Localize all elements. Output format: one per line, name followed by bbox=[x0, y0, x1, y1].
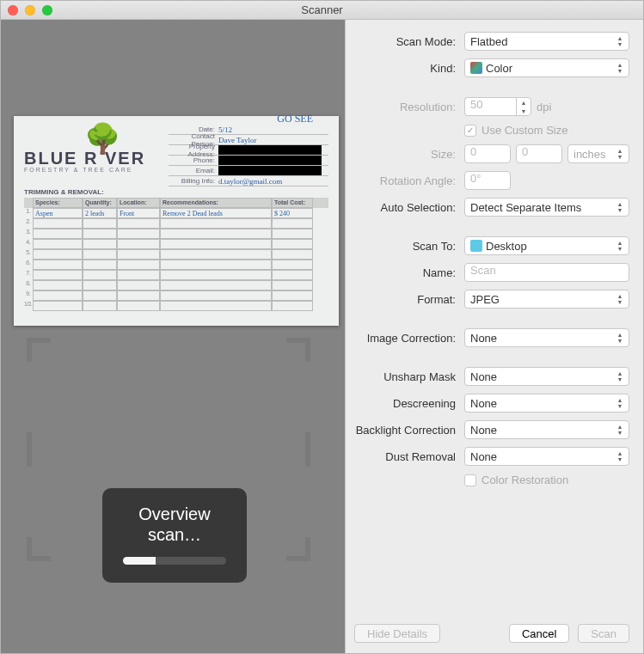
table-row: 7. bbox=[24, 270, 328, 280]
table-row: 4. bbox=[24, 239, 328, 249]
resolution-stepper[interactable]: ▲▼ bbox=[516, 97, 531, 116]
scan-mode-select[interactable]: Flatbed▲▼ bbox=[464, 32, 629, 51]
chevron-updown-icon: ▲▼ bbox=[614, 147, 626, 161]
dust-select[interactable]: None▲▼ bbox=[464, 447, 629, 466]
chevron-updown-icon: ▲▼ bbox=[614, 200, 626, 214]
preview-pane[interactable]: GO SEE 🌳 BLUE R VER FORESTRY & TREE CARE… bbox=[1, 20, 345, 653]
auto-selection-select[interactable]: Detect Separate Items▲▼ bbox=[464, 198, 629, 217]
name-label: Name: bbox=[354, 266, 464, 279]
table-row: 2. bbox=[24, 218, 328, 229]
rotation-input[interactable]: 0° bbox=[464, 171, 511, 190]
table-row: 6. bbox=[24, 260, 328, 270]
hide-details-button[interactable]: Hide Details bbox=[354, 624, 440, 643]
redacted bbox=[218, 166, 322, 175]
format-label: Format: bbox=[354, 293, 464, 306]
backlight-select[interactable]: None▲▼ bbox=[464, 420, 629, 439]
backlight-label: Backlight Correction bbox=[354, 424, 464, 437]
doc-fields: Date:5/12 Contact Person:Dave Taylor Pro… bbox=[169, 125, 328, 186]
format-select[interactable]: JPEG▲▼ bbox=[464, 290, 629, 309]
size-w-input[interactable]: 0 bbox=[464, 144, 511, 163]
table-row: 3. bbox=[24, 229, 328, 239]
progress-bar bbox=[123, 557, 226, 565]
chevron-updown-icon: ▲▼ bbox=[614, 449, 626, 463]
dust-label: Dust Removal bbox=[354, 450, 464, 463]
scanned-document: GO SEE 🌳 BLUE R VER FORESTRY & TREE CARE… bbox=[14, 116, 339, 326]
chevron-updown-icon: ▲▼ bbox=[614, 34, 626, 48]
table-row: 10. bbox=[24, 301, 328, 311]
scan-to-select[interactable]: Desktop▲▼ bbox=[464, 236, 629, 255]
auto-selection-label: Auto Selection: bbox=[354, 201, 464, 214]
table-row: 5. bbox=[24, 249, 328, 260]
chevron-updown-icon: ▲▼ bbox=[614, 331, 626, 345]
footer: Hide Details Cancel Scan bbox=[354, 617, 629, 643]
doc-logo: 🌳 BLUE R VER FORESTRY & TREE CARE bbox=[24, 125, 162, 173]
unsharp-label: Unsharp Mask bbox=[354, 370, 464, 383]
folder-icon bbox=[470, 240, 482, 252]
chevron-updown-icon: ▲▼ bbox=[614, 423, 626, 437]
settings-pane: Scan Mode: Flatbed▲▼ Kind: Color▲▼ Resol… bbox=[345, 20, 643, 653]
content: GO SEE 🌳 BLUE R VER FORESTRY & TREE CARE… bbox=[1, 20, 643, 653]
scanner-window: Scanner GO SEE 🌳 BLUE R VER FORESTRY & T… bbox=[0, 0, 644, 654]
scan-mode-label: Scan Mode: bbox=[354, 35, 464, 48]
tree-icon: 🌳 bbox=[84, 121, 120, 156]
scan-button[interactable]: Scan bbox=[578, 624, 629, 643]
descreen-label: Descreening bbox=[354, 397, 464, 410]
color-restoration-checkbox[interactable]: Color Restoration bbox=[464, 474, 568, 486]
descreen-select[interactable]: None▲▼ bbox=[464, 394, 629, 413]
table-row: 9. bbox=[24, 290, 328, 301]
color-icon bbox=[470, 62, 482, 74]
doc-table: Species: Quantity: Location: Recommendat… bbox=[24, 198, 328, 311]
titlebar: Scanner bbox=[1, 1, 643, 20]
doc-section: TRIMMING & REMOVAL: bbox=[24, 188, 328, 196]
kind-label: Kind: bbox=[354, 62, 464, 75]
chevron-updown-icon: ▲▼ bbox=[614, 239, 626, 253]
chevron-updown-icon: ▲▼ bbox=[614, 292, 626, 306]
size-label: Size: bbox=[354, 148, 464, 161]
scan-to-label: Scan To: bbox=[354, 240, 464, 253]
image-correction-select[interactable]: None▲▼ bbox=[464, 328, 629, 347]
redacted bbox=[218, 156, 322, 165]
use-custom-size-checkbox[interactable]: ✓Use Custom Size bbox=[464, 124, 567, 137]
chevron-updown-icon: ▲▼ bbox=[614, 396, 626, 410]
size-unit-select[interactable]: inches▲▼ bbox=[567, 144, 629, 163]
chevron-updown-icon: ▲▼ bbox=[614, 61, 626, 75]
doc-note: GO SEE bbox=[277, 113, 313, 125]
cancel-button[interactable]: Cancel bbox=[509, 624, 569, 643]
table-row: 1.Aspen2 leadsFrontRemove 2 Dead leads$ … bbox=[24, 208, 328, 218]
image-correction-label: Image Correction: bbox=[354, 332, 464, 345]
window-title: Scanner bbox=[1, 3, 643, 16]
progress-toast: Overviewscan… bbox=[102, 488, 247, 583]
table-row: 8. bbox=[24, 280, 328, 290]
redacted bbox=[218, 145, 322, 155]
size-h-input[interactable]: 0 bbox=[516, 144, 562, 163]
kind-select[interactable]: Color▲▼ bbox=[464, 58, 629, 77]
rotation-label: Rotation Angle: bbox=[354, 174, 464, 187]
resolution-label: Resolution: bbox=[354, 101, 464, 113]
resolution-input[interactable]: 50 bbox=[464, 97, 516, 116]
chevron-updown-icon: ▲▼ bbox=[614, 370, 626, 383]
unsharp-select[interactable]: None▲▼ bbox=[464, 367, 629, 386]
name-input[interactable]: Scan bbox=[464, 263, 629, 282]
